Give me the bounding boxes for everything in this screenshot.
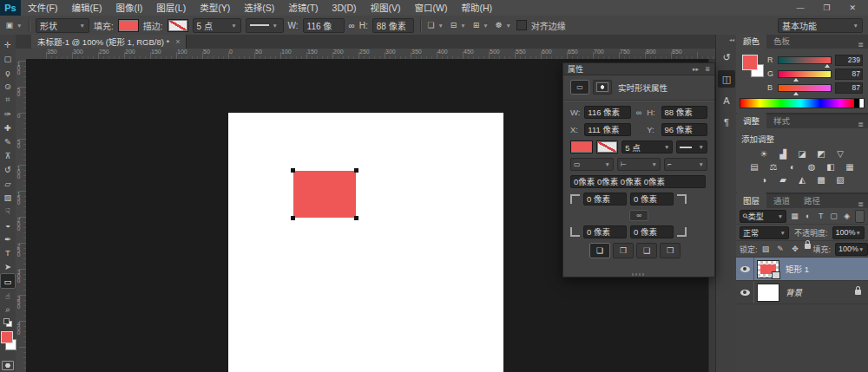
menu-item[interactable]: 窗口(W) (408, 0, 455, 16)
link-corners-icon[interactable]: ∞ (629, 210, 648, 221)
curves-icon[interactable]: ◪ (796, 148, 809, 160)
filter-shape-layers-icon[interactable]: ▢ (828, 211, 839, 222)
shape-subtract-button[interactable]: ❐ (613, 243, 634, 258)
opacity-input[interactable]: 100%▼ (832, 226, 865, 239)
layer-row[interactable]: 背景 (736, 281, 868, 304)
menu-item[interactable]: 文件(F) (21, 0, 64, 16)
lock-image-icon[interactable]: ✎ (775, 244, 786, 255)
black-white-icon[interactable]: ◐ (786, 161, 799, 173)
color-tab[interactable]: 色板 (766, 33, 797, 49)
menu-item[interactable]: 选择(S) (237, 0, 281, 16)
adjustments-tab[interactable]: 调整 (736, 113, 766, 128)
shape-properties-icon[interactable]: ▭ (570, 80, 589, 95)
path-selection-tool[interactable]: ➤ (1, 259, 15, 273)
shape-height-input[interactable]: 88 像素 (372, 18, 414, 33)
layer-thumbnail-cell[interactable] (754, 284, 782, 302)
color-lookup-icon[interactable]: ▦ (844, 161, 857, 173)
eyedropper-tool[interactable]: ✑ (1, 107, 15, 121)
channel-value-input[interactable]: 87 (835, 82, 863, 94)
crop-tool[interactable]: ⌗ (1, 93, 15, 107)
r-slider[interactable] (778, 56, 832, 64)
history-panel-icon[interactable]: ↺ (718, 49, 735, 66)
corner-tl-input[interactable]: 0 像素 (583, 193, 627, 206)
channel-mixer-icon[interactable]: ◧ (825, 161, 838, 173)
layer-row[interactable]: 矩形 1 (736, 258, 868, 281)
path-operations-icon[interactable]: ❏▼ (427, 18, 444, 33)
link-dimensions-icon[interactable]: ∞ (349, 21, 355, 30)
filter-toggle[interactable] (855, 210, 865, 223)
color-spectrum-ramp[interactable] (740, 98, 865, 108)
channel-value-input[interactable]: 87 (835, 69, 863, 80)
color-balance-icon[interactable]: ⚖ (767, 161, 780, 173)
foreground-color-swatch[interactable] (1, 331, 13, 343)
visibility-cell[interactable] (736, 258, 754, 280)
stroke-style-select[interactable]: ▼ (246, 18, 284, 33)
rectangle-tool[interactable]: ▭ (0, 273, 16, 289)
tool-mode-select[interactable]: 形状▼ (36, 18, 89, 33)
document-tab[interactable]: 未标题-1 @ 100% (矩形 1, RGB/8) * × (31, 35, 187, 49)
stroke-color-swatch[interactable] (596, 140, 619, 153)
shape-rectangle[interactable] (293, 171, 356, 218)
default-colors-icon[interactable] (3, 318, 12, 326)
minimize-icon[interactable]: — (796, 3, 804, 12)
close-icon[interactable]: ✕ (849, 3, 856, 12)
layers-tab[interactable]: 图层 (736, 193, 766, 208)
b-slider[interactable] (778, 84, 832, 92)
properties-panel-icon[interactable]: ◫ (718, 70, 735, 88)
posterize-icon[interactable]: ▰ (777, 174, 790, 186)
filter-adjustment-layers-icon[interactable]: ◐ (802, 211, 813, 222)
layer-thumbnail[interactable] (757, 284, 779, 302)
link-wh-icon[interactable]: ∞ (635, 108, 643, 117)
menu-item[interactable]: 图像(I) (108, 0, 149, 16)
slider-marker-icon[interactable] (793, 75, 799, 82)
lock-position-icon[interactable]: ✥ (790, 244, 801, 255)
y-input[interactable]: 96 像素 (661, 123, 707, 136)
anchor-handle[interactable] (354, 168, 358, 173)
shape-exclude-button[interactable]: ❒ (660, 243, 681, 258)
clone-stamp-tool[interactable]: ⊼ (1, 148, 15, 162)
path-arrange-icon[interactable]: ⊞▼ (472, 18, 490, 33)
panel-menu-icon[interactable]: ≣ (858, 121, 868, 128)
eye-icon[interactable] (740, 266, 750, 272)
stroke-corners-select[interactable]: ⌐▼ (664, 158, 707, 171)
lock-transparency-icon[interactable]: ▨ (760, 244, 772, 255)
shape-intersect-button[interactable]: ❑ (636, 243, 657, 258)
menu-item[interactable]: 3D(D) (326, 0, 364, 16)
dodge-tool[interactable]: ◒ (1, 218, 15, 232)
canvas-page[interactable] (228, 113, 503, 372)
selective-color-icon[interactable]: ▩ (815, 174, 828, 186)
fill-swatch[interactable] (118, 19, 139, 32)
layers-tab[interactable]: 通道 (766, 193, 797, 208)
menu-item[interactable]: 滤镜(T) (281, 0, 325, 16)
fill-color-swatch[interactable] (570, 140, 593, 153)
panel-menu-icon[interactable]: ≣ (858, 200, 868, 208)
layer-thumbnail[interactable] (757, 260, 779, 278)
hand-tool[interactable]: ☝ (1, 289, 15, 303)
resize-grip[interactable] (632, 273, 646, 276)
visibility-cell[interactable] (736, 281, 754, 303)
paragraph-panel-icon[interactable]: ¶ (718, 114, 735, 131)
rectangular-marquee-tool[interactable]: ▢ (1, 51, 15, 65)
tab-close-icon[interactable]: × (175, 37, 180, 46)
collapse-icon[interactable]: ▸▸ (693, 66, 699, 73)
h-input[interactable]: 88 像素 (661, 106, 707, 119)
move-tool[interactable]: ✛ (1, 37, 15, 51)
anchor-handle[interactable] (354, 216, 358, 220)
quick-mask-icon[interactable] (2, 361, 14, 370)
color-tab[interactable]: 颜色 (736, 33, 766, 49)
gear-icon[interactable]: ☸▼ (495, 18, 512, 33)
levels-icon[interactable]: ▟ (777, 148, 790, 160)
layer-thumbnail-cell[interactable] (754, 260, 782, 278)
shape-width-input[interactable]: 116 像 (303, 18, 345, 33)
anchor-handle[interactable] (291, 168, 295, 173)
blend-mode-select[interactable]: 正常▼ (740, 226, 789, 239)
stroke-width-select[interactable]: 5 点▼ (621, 140, 673, 153)
corner-bl-input[interactable]: 0 像素 (583, 225, 627, 238)
brush-tool[interactable]: ✎ (1, 134, 15, 148)
filter-pixel-layers-icon[interactable]: ▦ (789, 211, 800, 222)
lasso-tool[interactable]: ϙ (1, 65, 15, 79)
x-input[interactable]: 111 像素 (584, 123, 630, 136)
properties-title-bar[interactable]: 属性 ▸▸≣ (563, 63, 714, 75)
workspace-switcher[interactable]: 基本功能▼ (778, 18, 863, 33)
corner-tr-input[interactable]: 0 像素 (630, 193, 674, 206)
